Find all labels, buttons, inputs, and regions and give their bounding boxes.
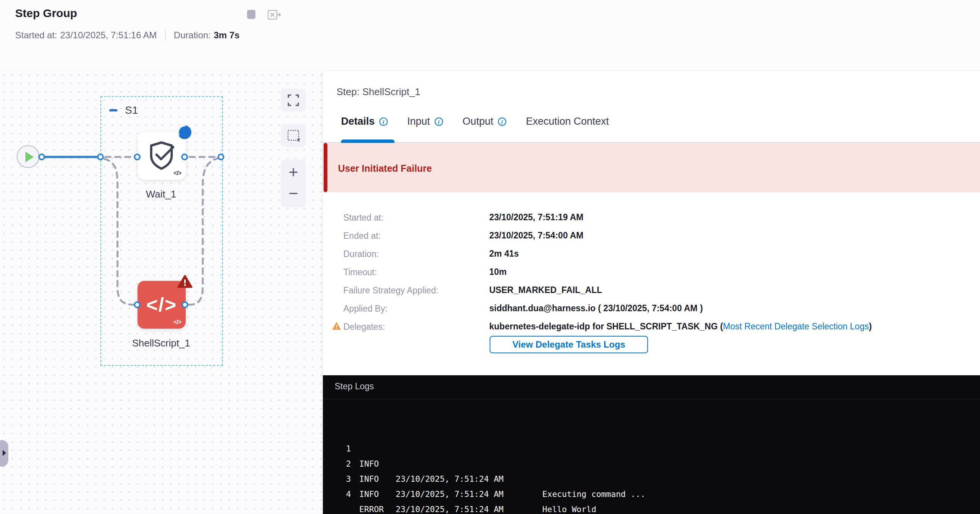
detail-tabs: Details i Input i Output i Execution Con…: [341, 116, 629, 127]
detail-row-delegates: Delegates: kubernetes-delegate-idp for S…: [323, 317, 980, 336]
detail-label: Delegates:: [343, 322, 385, 332]
detail-row: Timeout: 10m: [323, 263, 980, 281]
log-body[interactable]: 1 INFO 23/10/2025, 7:51:24 AM Executing …: [323, 399, 980, 514]
detail-value: siddhant.dua@harness.io ( 23/10/2025, 7:…: [489, 303, 703, 313]
info-icon[interactable]: i: [435, 118, 443, 126]
log-line: 2 INFO 23/10/2025, 7:51:24 AM Hello Worl…: [323, 441, 980, 457]
detail-value: 2m 41s: [489, 249, 519, 259]
warning-icon: [332, 322, 341, 330]
zoom-controls: + −: [281, 159, 306, 207]
log-line-error: 4 ERROR 23/10/2025, 7:54:00 AM Script ex…: [323, 471, 980, 487]
port-shell-in[interactable]: [134, 301, 141, 308]
exit-node-view-icon[interactable]: [267, 10, 281, 20]
header-meta: Started at: 23/10/2025, 7:51:16 AM Durat…: [15, 30, 240, 41]
detail-value: 23/10/2025, 7:54:00 AM: [489, 231, 583, 241]
port-group-out[interactable]: [218, 154, 224, 160]
failure-banner: User Initiated Failure: [323, 143, 980, 192]
step-group-s1: S1: [109, 104, 138, 116]
log-level: ERROR: [359, 502, 384, 514]
pipeline-graph-canvas[interactable]: S1 </> Wait_1 </> </> ShellScript_1: [0, 71, 323, 514]
start-node[interactable]: [17, 145, 40, 168]
detail-value: USER_MARKED_FAIL_ALL: [489, 285, 602, 295]
failure-banner-text: User Initiated Failure: [338, 163, 432, 174]
node-wait-1-label: Wait_1: [112, 188, 210, 200]
tab-output[interactable]: Output i: [463, 116, 506, 127]
detail-label: Failure Strategy Applied:: [343, 285, 439, 296]
play-icon: [25, 152, 34, 162]
meta-divider: [165, 30, 165, 41]
step-title: Step: ShellScript_1: [337, 86, 420, 98]
step-group-s1-label: S1: [125, 104, 138, 116]
detail-label: Ended at:: [343, 231, 380, 241]
info-icon[interactable]: i: [498, 118, 506, 126]
started-at-label: Started at:: [15, 30, 57, 41]
detail-row: Applied By: siddhant.dua@harness.io ( 23…: [323, 299, 980, 317]
zoom-in-button[interactable]: +: [281, 162, 306, 182]
port-wait-in[interactable]: [134, 154, 141, 160]
failure-banner-accent: [324, 143, 328, 192]
page-title: Step Group: [15, 7, 77, 20]
detail-row: Ended at: 23/10/2025, 7:54:00 AM: [323, 226, 980, 245]
log-line-number: 4: [343, 487, 351, 502]
expand-icon: [281, 89, 306, 111]
panel-toggle-arrow-icon: [3, 450, 6, 456]
detail-value: 23/10/2025, 7:51:19 AM: [489, 212, 583, 223]
detail-label: Started at:: [343, 213, 383, 223]
code-icon: </>: [173, 319, 181, 326]
detail-label: Applied By:: [343, 304, 387, 314]
detail-label: Timeout:: [343, 267, 377, 277]
tab-output-label: Output: [463, 116, 493, 127]
details-list: Started at: 23/10/2025, 7:51:19 AM Ended…: [323, 208, 980, 336]
tab-execution-context[interactable]: Execution Context: [526, 116, 609, 127]
step-group-header: Step Group Started at: 23/10/2025, 7:51:…: [0, 0, 980, 70]
info-icon[interactable]: i: [379, 118, 388, 126]
log-message: Hello World: [542, 502, 596, 514]
marquee-select-icon: [281, 124, 306, 147]
port-start-out[interactable]: [38, 154, 45, 160]
delegate-value-text: kubernetes-delegate-idp for SHELL_SCRIPT…: [489, 321, 723, 331]
log-message: Executing command ...: [542, 487, 645, 502]
log-level: INFO: [359, 487, 379, 502]
collapse-minus-icon[interactable]: [109, 109, 118, 111]
zoom-out-button[interactable]: −: [281, 183, 306, 204]
duration-label: Duration:: [174, 30, 211, 41]
delegate-value-suffix: ): [869, 321, 872, 331]
detail-value-delegates: kubernetes-delegate-idp for SHELL_SCRIPT…: [489, 321, 872, 332]
stop-icon[interactable]: [247, 10, 255, 19]
tab-details[interactable]: Details i: [341, 116, 388, 127]
tab-details-label: Details: [341, 116, 375, 127]
warning-triangle-icon: [177, 275, 192, 288]
view-delegate-tasks-logs-button[interactable]: View Delegate Tasks Logs: [490, 336, 648, 353]
detail-row: Duration: 2m 41s: [323, 245, 980, 263]
step-details-panel: Step: ShellScript_1 Details i Input i Ou…: [323, 71, 980, 514]
detail-label: Duration:: [343, 249, 379, 259]
log-timestamp: 23/10/2025, 7:51:24 AM: [396, 502, 504, 514]
detail-row: Started at: 23/10/2025, 7:51:19 AM: [323, 208, 980, 226]
log-timestamp: 23/10/2025, 7:51:24 AM: [396, 487, 504, 502]
step-logs-title: Step Logs: [335, 381, 374, 391]
code-icon: </>: [173, 170, 181, 177]
panel-toggle-button[interactable]: [0, 440, 8, 466]
fullscreen-button[interactable]: [281, 89, 306, 111]
active-tab-indicator: [341, 140, 395, 143]
log-line: 1 INFO 23/10/2025, 7:51:24 AM Executing …: [323, 426, 980, 441]
tab-execution-context-label: Execution Context: [526, 116, 609, 127]
duration-value: 3m 7s: [214, 30, 240, 41]
port-wait-out[interactable]: [181, 154, 188, 160]
node-shellscript-1-label: ShellScript_1: [112, 337, 210, 349]
detail-row: Failure Strategy Applied: USER_MARKED_FA…: [323, 281, 980, 299]
spinner-icon: [177, 124, 192, 140]
started-at-value: 23/10/2025, 7:51:16 AM: [60, 30, 157, 41]
log-line: 3 INFO 23/10/2025, 7:51:24 AM Sleep Now: [323, 457, 980, 471]
port-shell-out[interactable]: [181, 301, 188, 308]
tab-input-label: Input: [407, 116, 430, 127]
port-group-in[interactable]: [97, 154, 104, 160]
detail-value: 10m: [489, 267, 507, 277]
tab-input[interactable]: Input i: [407, 116, 443, 127]
delegate-selection-logs-link[interactable]: Most Recent Delegate Selection Logs: [723, 321, 869, 331]
marquee-select-button[interactable]: [281, 124, 306, 147]
step-logs-console: Step Logs 1 INFO 23/10/2025, 7:51:24 AM …: [323, 375, 980, 514]
